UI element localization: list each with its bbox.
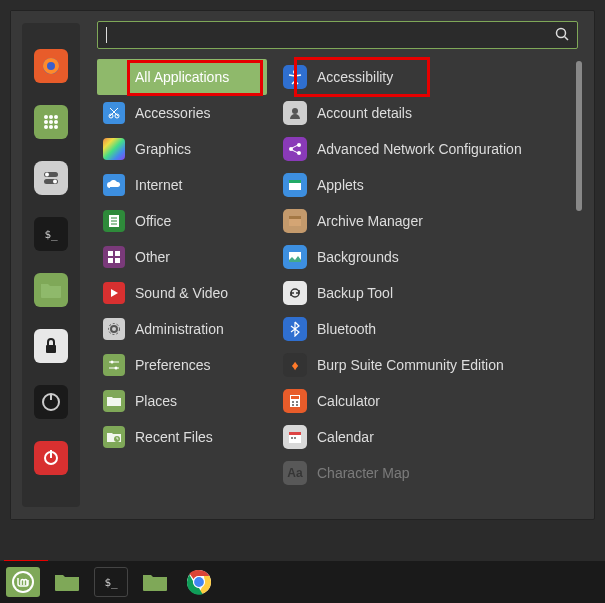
svg-rect-46 (289, 216, 301, 219)
category-label: Office (135, 213, 171, 229)
svg-point-59 (14, 573, 32, 591)
app-calendar[interactable]: Calendar (277, 419, 570, 455)
svg-rect-18 (50, 450, 52, 458)
svg-rect-56 (291, 437, 293, 439)
svg-point-1 (47, 62, 55, 70)
category-list: All ApplicationsAccessoriesGraphicsInter… (97, 59, 267, 519)
app-advanced-network-configuration[interactable]: Advanced Network Configuration (277, 131, 570, 167)
category-internet[interactable]: Internet (97, 167, 267, 203)
svg-point-51 (296, 401, 298, 403)
app-label: Calculator (317, 393, 380, 409)
category-label: Graphics (135, 141, 191, 157)
app-label: Advanced Network Configuration (317, 141, 522, 157)
app-archive-manager[interactable]: Archive Manager (277, 203, 570, 239)
category-label: Administration (135, 321, 224, 337)
taskbar-files[interactable] (50, 567, 84, 597)
app-character-map[interactable]: AaCharacter Map (277, 455, 570, 491)
logout-icon (41, 392, 61, 412)
app-burp-suite-community-edition[interactable]: ♦Burp Suite Community Edition (277, 347, 570, 383)
category-office[interactable]: Office (97, 203, 267, 239)
taskbar: $_ (0, 561, 605, 603)
category-label: Other (135, 249, 170, 265)
svg-rect-28 (115, 251, 120, 256)
app-label: Burp Suite Community Edition (317, 357, 504, 373)
mint-icon (11, 570, 35, 594)
category-label: Accessories (135, 105, 210, 121)
category-other[interactable]: Other (97, 239, 267, 275)
category-all-applications[interactable]: All Applications (97, 59, 267, 95)
app-calculator[interactable]: Calculator (277, 383, 570, 419)
category-graphics[interactable]: Graphics (97, 131, 267, 167)
svg-rect-15 (46, 345, 56, 353)
svg-rect-55 (289, 432, 301, 435)
app-label: Archive Manager (317, 213, 423, 229)
app-backup-tool[interactable]: Backup Tool (277, 275, 570, 311)
svg-point-4 (54, 115, 58, 119)
app-label: Backup Tool (317, 285, 393, 301)
app-applets[interactable]: Applets (277, 167, 570, 203)
menu-lists: All ApplicationsAccessoriesGraphicsInter… (91, 59, 584, 519)
search-input-wrapper[interactable] (97, 21, 578, 49)
category-sound-video[interactable]: Sound & Video (97, 275, 267, 311)
svg-point-34 (111, 361, 114, 364)
fav-terminal[interactable]: $_ (34, 217, 68, 251)
category-label: Places (135, 393, 177, 409)
app-bluetooth[interactable]: Bluetooth (277, 311, 570, 347)
svg-point-19 (557, 29, 566, 38)
svg-point-7 (54, 120, 58, 124)
taskbar-mint-menu[interactable] (6, 567, 40, 597)
taskbar-terminal[interactable]: $_ (94, 567, 128, 597)
taskbar-chrome[interactable] (182, 567, 216, 597)
search-input[interactable] (98, 22, 537, 48)
taskbar-files-2[interactable] (138, 567, 172, 597)
app-label: Calendar (317, 429, 374, 445)
fav-firefox[interactable] (34, 49, 68, 83)
category-accessories[interactable]: Accessories (97, 95, 267, 131)
category-label: Preferences (135, 357, 210, 373)
fav-files[interactable] (34, 273, 68, 307)
fav-apps[interactable] (34, 105, 68, 139)
app-label: Bluetooth (317, 321, 376, 337)
application-menu: $_ All (10, 10, 595, 520)
application-list: AccessibilityAccount detailsAdvanced Net… (277, 59, 584, 519)
app-backgrounds[interactable]: Backgrounds (277, 239, 570, 275)
category-label: Internet (135, 177, 182, 193)
category-recent-files[interactable]: Recent Files (97, 419, 267, 455)
category-preferences[interactable]: Preferences (97, 347, 267, 383)
scrollbar[interactable] (576, 61, 582, 211)
chrome-icon (186, 569, 212, 595)
toggle-icon (42, 169, 60, 187)
app-account-details[interactable]: Account details (277, 95, 570, 131)
svg-rect-29 (108, 258, 113, 263)
svg-rect-49 (291, 396, 299, 399)
app-accessibility[interactable]: Accessibility (277, 59, 570, 95)
power-icon (42, 449, 60, 467)
svg-point-5 (44, 120, 48, 124)
grid-icon (42, 113, 60, 131)
svg-point-8 (44, 125, 48, 129)
svg-rect-30 (115, 258, 120, 263)
fav-power[interactable] (34, 441, 68, 475)
svg-rect-57 (294, 437, 296, 439)
svg-point-38 (293, 70, 297, 74)
category-administration[interactable]: Administration (97, 311, 267, 347)
svg-point-10 (54, 125, 58, 129)
category-label: Sound & Video (135, 285, 228, 301)
category-places[interactable]: Places (97, 383, 267, 419)
favorites-column: $_ (11, 11, 91, 519)
category-label: Recent Files (135, 429, 213, 445)
app-label: Account details (317, 105, 412, 121)
svg-point-50 (292, 401, 294, 403)
svg-rect-27 (108, 251, 113, 256)
text-caret (106, 27, 107, 43)
fav-lock[interactable] (34, 329, 68, 363)
svg-point-6 (49, 120, 53, 124)
fav-switch[interactable] (34, 161, 68, 195)
terminal-icon: $_ (104, 576, 117, 589)
svg-point-14 (53, 180, 57, 184)
svg-point-36 (115, 367, 118, 370)
firefox-icon (41, 56, 61, 76)
svg-line-20 (565, 37, 569, 41)
svg-point-9 (49, 125, 53, 129)
fav-logout[interactable] (34, 385, 68, 419)
